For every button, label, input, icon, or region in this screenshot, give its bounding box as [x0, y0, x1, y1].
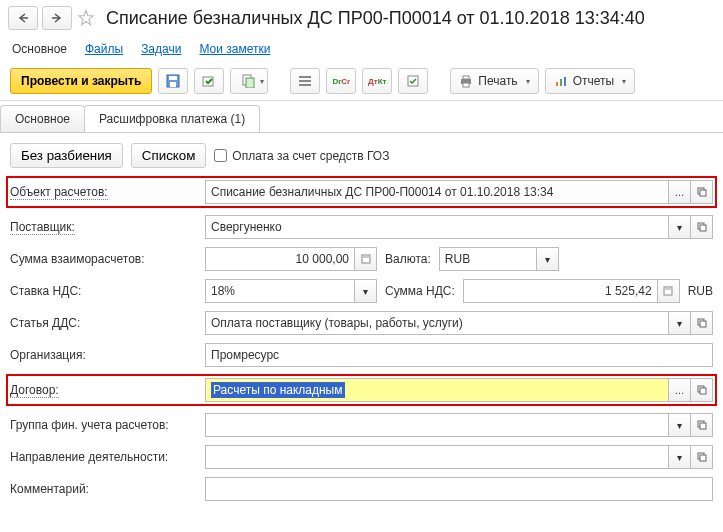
vat-currency-label: RUB [688, 284, 713, 298]
supplier-input[interactable]: Свергуненко [205, 215, 669, 239]
supplier-open-button[interactable] [691, 215, 713, 239]
contract-ellipsis-button[interactable]: … [669, 378, 691, 402]
goz-checkbox[interactable] [214, 149, 227, 162]
currency-dropdown-button[interactable]: ▾ [537, 247, 559, 271]
activity-open-button[interactable] [691, 445, 713, 469]
svg-rect-21 [363, 256, 369, 258]
svg-rect-27 [700, 388, 706, 394]
back-button[interactable] [8, 6, 38, 30]
settlement-amount-label: Сумма взаиморасчетов: [10, 252, 205, 266]
currency-label: Валюта: [377, 252, 439, 266]
vat-amount-label: Сумма НДС: [377, 284, 463, 298]
open-button[interactable] [691, 180, 713, 204]
activity-dropdown-button[interactable]: ▾ [669, 445, 691, 469]
fin-group-dropdown-button[interactable]: ▾ [669, 413, 691, 437]
mode-list-button[interactable]: Списком [131, 143, 207, 168]
contract-label: Договор: [10, 383, 59, 398]
svg-rect-31 [700, 455, 706, 461]
dt-kt-button[interactable]: ДтКт [362, 68, 392, 94]
activity-label: Направление деятельности: [10, 450, 205, 464]
vat-rate-label: Ставка НДС: [10, 284, 205, 298]
vat-rate-dropdown-button[interactable]: ▾ [355, 279, 377, 303]
svg-rect-12 [463, 83, 469, 87]
fin-group-label: Группа фин. учета расчетов: [10, 418, 205, 432]
dds-label: Статья ДДС: [10, 316, 205, 330]
contract-open-button[interactable] [691, 378, 713, 402]
goz-checkbox-label: Оплата за счет средств ГОЗ [232, 149, 389, 163]
svg-rect-29 [700, 423, 706, 429]
list-button[interactable] [290, 68, 320, 94]
svg-rect-2 [170, 82, 176, 87]
fin-group-open-button[interactable] [691, 413, 713, 437]
favorite-star-icon[interactable] [76, 8, 96, 28]
svg-rect-25 [700, 321, 706, 327]
svg-rect-5 [246, 78, 254, 88]
dr-cr-button[interactable]: DrCr [326, 68, 356, 94]
svg-rect-19 [700, 225, 706, 231]
svg-rect-3 [203, 77, 213, 86]
settlement-object-label: Объект расчетов: [10, 185, 108, 200]
tab-main[interactable]: Основное [0, 105, 85, 132]
print-button[interactable]: Печать [450, 68, 538, 94]
svg-rect-14 [560, 79, 562, 86]
supplier-label: Поставщик: [10, 220, 75, 235]
dds-dropdown-button[interactable]: ▾ [669, 311, 691, 335]
organization-label: Организация: [10, 348, 205, 362]
nav-files[interactable]: Файлы [85, 42, 123, 56]
comment-input[interactable] [205, 477, 713, 501]
svg-rect-6 [299, 76, 311, 78]
nav-notes[interactable]: Мои заметки [199, 42, 270, 56]
post-and-close-button[interactable]: Провести и закрыть [10, 68, 152, 94]
vat-amount-input[interactable]: 1 525,42 [463, 279, 658, 303]
vat-calc-button[interactable] [658, 279, 680, 303]
svg-rect-13 [556, 82, 558, 86]
supplier-dropdown-button[interactable]: ▾ [669, 215, 691, 239]
amount-calc-button[interactable] [355, 247, 377, 271]
contract-input[interactable]: Расчеты по накладным [205, 378, 669, 402]
svg-rect-15 [564, 77, 566, 86]
based-on-button[interactable] [230, 68, 268, 94]
checkmark-button[interactable] [398, 68, 428, 94]
save-button[interactable] [158, 68, 188, 94]
page-title: Списание безналичных ДС ПР00-П00014 от 0… [106, 8, 645, 29]
settlement-object-input[interactable]: Списание безналичных ДС ПР00-П00014 от 0… [205, 180, 669, 204]
organization-input[interactable]: Промресурс [205, 343, 713, 367]
settlement-amount-input[interactable]: 10 000,00 [205, 247, 355, 271]
svg-rect-11 [463, 76, 469, 79]
mode-no-split-button[interactable]: Без разбиения [10, 143, 123, 168]
svg-rect-8 [299, 84, 311, 86]
forward-button[interactable] [42, 6, 72, 30]
svg-rect-1 [169, 76, 177, 80]
activity-input[interactable] [205, 445, 669, 469]
nav-tasks[interactable]: Задачи [141, 42, 181, 56]
ellipsis-button[interactable]: … [669, 180, 691, 204]
post-button[interactable] [194, 68, 224, 94]
reports-button[interactable]: Отчеты [545, 68, 635, 94]
svg-rect-7 [299, 80, 311, 82]
fin-group-input[interactable] [205, 413, 669, 437]
svg-rect-17 [700, 190, 706, 196]
currency-input[interactable]: RUB [439, 247, 537, 271]
tab-payment-details[interactable]: Расшифровка платежа (1) [84, 105, 260, 132]
comment-label: Комментарий: [10, 482, 205, 496]
svg-rect-23 [665, 288, 671, 290]
nav-main[interactable]: Основное [12, 42, 67, 56]
dds-open-button[interactable] [691, 311, 713, 335]
vat-rate-input[interactable]: 18% [205, 279, 355, 303]
dds-input[interactable]: Оплата поставщику (товары, работы, услуг… [205, 311, 669, 335]
